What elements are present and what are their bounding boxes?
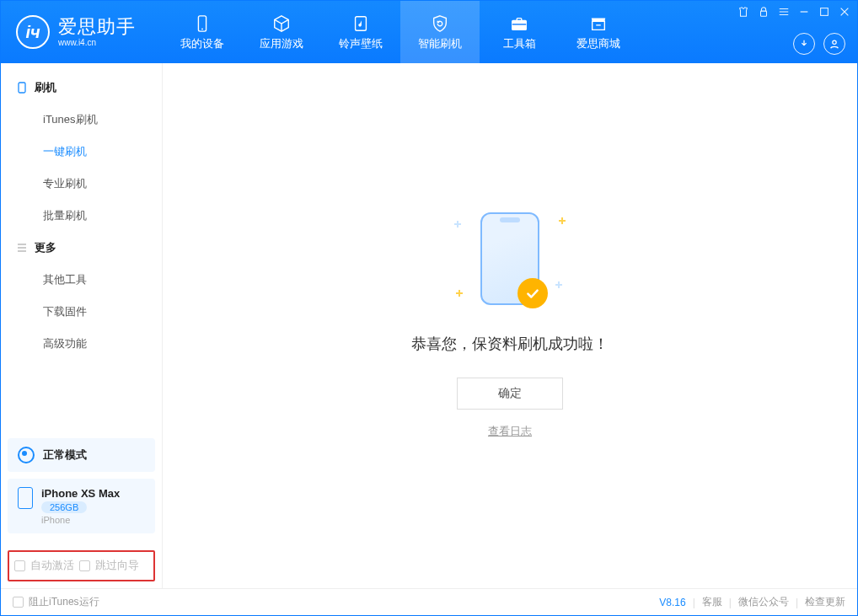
window-controls (737, 6, 850, 18)
svg-point-1 (201, 28, 203, 29)
device-type: iPhone (41, 515, 120, 525)
sparkle-icon (559, 217, 566, 224)
sidebar-content: 刷机 iTunes刷机 一键刷机 专业刷机 批量刷机 更多 其他工具 下载固件 … (1, 63, 162, 431)
svg-rect-8 (19, 83, 25, 93)
tab-label: 应用游戏 (260, 37, 303, 51)
device-name: iPhone XS Max (41, 487, 120, 500)
device-capacity: 256GB (41, 501, 87, 513)
svg-rect-5 (761, 11, 767, 16)
sparkle-icon (454, 221, 461, 228)
svg-rect-3 (512, 20, 527, 29)
mode-label: 正常模式 (43, 447, 87, 463)
sparkle-icon (456, 290, 463, 297)
logo-text: 爱思助手 www.i4.cn (58, 16, 136, 48)
sidebar-item-other-tools[interactable]: 其他工具 (1, 264, 162, 296)
sidebar-item-download-firmware[interactable]: 下载固件 (1, 296, 162, 328)
lock-icon[interactable] (758, 6, 770, 18)
app-window: { "app": { "title": "爱思助手", "subtitle": … (0, 0, 858, 616)
skip-guide-label: 跳过向导 (95, 559, 139, 573)
device-icon (18, 487, 33, 509)
cube-icon (271, 13, 292, 34)
ok-button[interactable]: 确定 (457, 378, 563, 410)
device-cards: 正常模式 iPhone XS Max 256GB iPhone (1, 431, 162, 547)
success-message: 恭喜您，保资料刷机成功啦！ (411, 334, 609, 354)
footer-left: 阻止iTunes运行 (13, 595, 99, 609)
device-outline-icon (16, 82, 28, 94)
auto-activate-label: 自动激活 (30, 559, 74, 573)
shield-refresh-icon (430, 13, 450, 34)
minimize-icon[interactable] (798, 6, 810, 18)
version-label: V8.16 (659, 597, 685, 608)
checkbox-block-itunes[interactable] (13, 597, 24, 608)
group-title: 更多 (35, 240, 56, 255)
success-illustration (459, 212, 560, 313)
close-icon[interactable] (839, 6, 850, 18)
device-info: iPhone XS Max 256GB iPhone (41, 487, 120, 525)
download-button[interactable] (793, 33, 815, 55)
separator: | (796, 597, 798, 608)
footer-right: V8.16 | 客服 | 微信公众号 | 检查更新 (659, 595, 845, 609)
sidebar-item-batch-flash[interactable]: 批量刷机 (1, 200, 162, 232)
store-icon (588, 13, 609, 34)
tab-label: 我的设备 (180, 37, 224, 51)
phone-icon (192, 13, 212, 34)
music-file-icon (351, 13, 371, 34)
shirt-icon[interactable] (737, 6, 749, 18)
menu-icon[interactable] (778, 6, 790, 18)
tab-label: 工具箱 (503, 37, 536, 51)
sidebar-item-pro-flash[interactable]: 专业刷机 (1, 168, 162, 200)
maximize-icon[interactable] (818, 6, 830, 18)
footer-bar: 阻止iTunes运行 V8.16 | 客服 | 微信公众号 | 检查更新 (1, 588, 857, 615)
block-itunes-label: 阻止iTunes运行 (29, 595, 99, 609)
group-title: 刷机 (35, 80, 56, 95)
app-title: 爱思助手 (58, 16, 136, 38)
tab-apps-games[interactable]: 应用游戏 (242, 1, 321, 63)
separator: | (729, 597, 732, 608)
app-subtitle: www.i4.cn (58, 38, 136, 48)
tab-label: 智能刷机 (418, 37, 462, 51)
phone-illustration-icon (480, 212, 539, 305)
sidebar-item-oneclick-flash[interactable]: 一键刷机 (1, 136, 162, 168)
check-update-link[interactable]: 检查更新 (805, 595, 845, 609)
mode-indicator-icon (18, 447, 35, 463)
tab-my-device[interactable]: 我的设备 (163, 1, 242, 63)
tab-label: 爱思商城 (576, 37, 620, 51)
separator: | (693, 597, 695, 608)
logo-block: iч 爱思助手 www.i4.cn (1, 15, 163, 49)
checkmark-badge-icon (517, 278, 548, 308)
main-content: 恭喜您，保资料刷机成功啦！ 确定 查看日志 (163, 63, 857, 588)
toolbox-icon (509, 13, 529, 34)
tab-toolbox[interactable]: 工具箱 (480, 1, 559, 63)
device-card[interactable]: iPhone XS Max 256GB iPhone (8, 479, 155, 533)
tab-label: 铃声壁纸 (339, 37, 383, 51)
view-log-link[interactable]: 查看日志 (488, 425, 532, 439)
list-icon (16, 242, 28, 254)
support-link[interactable]: 客服 (702, 595, 722, 609)
user-button[interactable] (823, 33, 845, 55)
sidebar: 刷机 iTunes刷机 一键刷机 专业刷机 批量刷机 更多 其他工具 下载固件 … (1, 63, 163, 588)
main-tabs: 我的设备 应用游戏 铃声壁纸 智能刷机 工具箱 爱思商城 (163, 1, 638, 63)
sidebar-item-advanced[interactable]: 高级功能 (1, 328, 162, 360)
sidebar-group-flash[interactable]: 刷机 (1, 72, 162, 104)
checkbox-auto-activate[interactable] (14, 560, 25, 571)
svg-rect-6 (821, 8, 829, 16)
sidebar-group-more[interactable]: 更多 (1, 232, 162, 264)
wechat-link[interactable]: 微信公众号 (738, 595, 789, 609)
checkbox-skip-guide[interactable] (79, 560, 90, 571)
header-action-circles (793, 33, 845, 55)
options-highlight-box: 自动激活 跳过向导 (8, 550, 155, 581)
header-bar: iч 爱思助手 www.i4.cn 我的设备 应用游戏 铃声壁纸 智能刷机 (1, 1, 857, 63)
sidebar-item-itunes-flash[interactable]: iTunes刷机 (1, 104, 162, 136)
svg-point-7 (833, 40, 836, 44)
sparkle-icon (555, 281, 562, 288)
tab-store[interactable]: 爱思商城 (559, 1, 638, 63)
mode-card[interactable]: 正常模式 (8, 438, 155, 472)
tab-smart-flash[interactable]: 智能刷机 (400, 1, 480, 63)
tab-ringtones-wallpapers[interactable]: 铃声壁纸 (321, 1, 400, 63)
body: 刷机 iTunes刷机 一键刷机 专业刷机 批量刷机 更多 其他工具 下载固件 … (1, 63, 857, 588)
app-logo-icon: iч (16, 15, 50, 49)
